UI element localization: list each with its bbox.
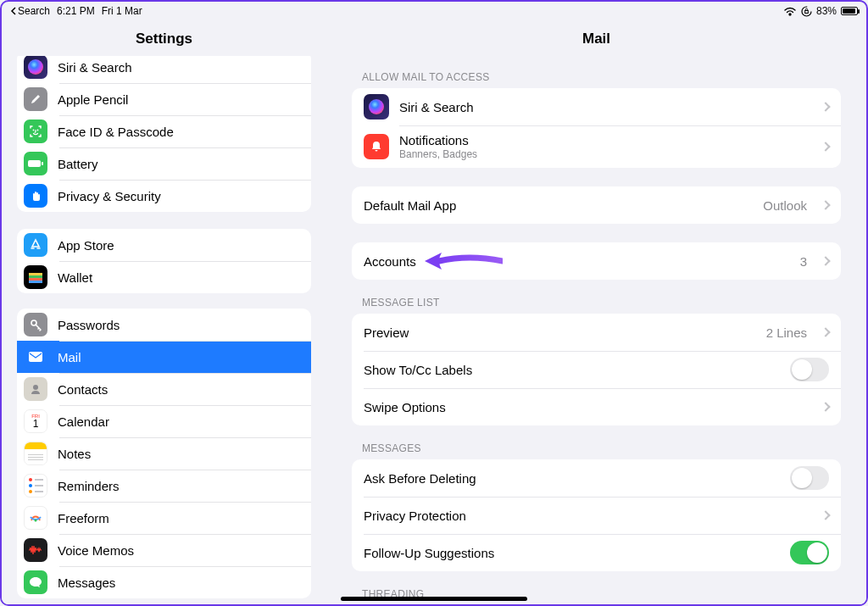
bell-icon (364, 134, 389, 159)
voicememos-icon (24, 538, 47, 562)
siri-icon (364, 94, 389, 120)
battery-percent: 83% (816, 5, 837, 17)
sidebar-item-appstore[interactable]: App Store (17, 229, 311, 261)
row-label: Ask Before Deleting (364, 471, 780, 486)
svg-rect-5 (42, 162, 43, 165)
svg-rect-4 (28, 160, 41, 167)
row-label: Show To/Cc Labels (364, 363, 780, 377)
key-icon (24, 313, 47, 336)
section-message-list: Message List (352, 280, 841, 314)
row-followup-suggestions[interactable]: Follow-Up Suggestions (352, 534, 841, 571)
row-ask-before-deleting[interactable]: Ask Before Deleting (352, 459, 841, 497)
siri-icon (24, 56, 47, 79)
sidebar-item-label: Passwords (58, 318, 120, 332)
reminders-icon (24, 474, 47, 498)
row-accounts[interactable]: Accounts 3 (352, 242, 841, 280)
row-notifications[interactable]: NotificationsBanners, Badges (352, 125, 841, 168)
sidebar-item-label: Reminders (58, 479, 120, 493)
row-label: Default Mail App (364, 198, 753, 213)
chevron-right-icon (821, 200, 830, 209)
section-allow-access: Allow Mail to Access (352, 56, 841, 88)
svg-point-12 (33, 385, 38, 390)
orientation-lock-icon (801, 6, 812, 17)
sidebar-item-label: Notes (58, 447, 91, 461)
back-to-search[interactable]: Search (10, 5, 50, 17)
row-default-mail-app[interactable]: Default Mail App Outlook (352, 186, 841, 224)
back-label: Search (18, 5, 50, 17)
detail-title: Mail (326, 20, 866, 56)
svg-point-13 (35, 520, 37, 522)
row-show-tocc[interactable]: Show To/Cc Labels (352, 351, 841, 388)
chevron-right-icon (821, 102, 830, 111)
toggle-ask-before-deleting[interactable] (790, 466, 829, 490)
sidebar-item-apple-pencil[interactable]: Apple Pencil (17, 83, 311, 115)
row-siri-search[interactable]: Siri & Search (352, 88, 841, 125)
svg-rect-8 (29, 278, 42, 281)
faceid-icon (24, 120, 47, 143)
svg-point-3 (37, 130, 39, 131)
wallet-icon (24, 265, 47, 289)
sidebar-item-label: Mail (58, 350, 81, 364)
sidebar-item-label: Apple Pencil (58, 92, 128, 107)
svg-rect-9 (29, 281, 42, 283)
svg-rect-1 (805, 10, 809, 13)
row-label: Swipe Options (364, 400, 812, 414)
chevron-right-icon (821, 256, 830, 265)
sidebar-item-reminders[interactable]: Reminders (17, 470, 311, 502)
sidebar-item-label: App Store (58, 238, 114, 253)
sidebar-item-voicememos[interactable]: Voice Memos (17, 534, 311, 566)
row-value: 3 (800, 254, 807, 269)
toggle-followup[interactable] (790, 541, 829, 564)
home-indicator[interactable] (341, 597, 527, 601)
freeform-icon (24, 506, 47, 530)
svg-point-2 (33, 130, 35, 131)
sidebar-item-label: Wallet (58, 270, 92, 285)
row-privacy-protection[interactable]: Privacy Protection (352, 497, 841, 534)
chevron-right-icon (821, 142, 830, 151)
messages-icon (24, 570, 47, 594)
battery-icon (841, 7, 858, 15)
sidebar-item-passwords[interactable]: Passwords (17, 309, 311, 341)
row-swipe-options[interactable]: Swipe Options (352, 388, 841, 425)
sidebar-item-label: Messages (58, 575, 115, 590)
battery-icon (24, 152, 47, 175)
pencil-icon (24, 87, 47, 111)
row-value: Outlook (763, 198, 807, 213)
row-label: Preview (364, 325, 756, 340)
calendar-icon: FRI1 (24, 409, 47, 433)
row-sublabel: Banners, Badges (399, 148, 812, 160)
svg-rect-6 (29, 273, 42, 275)
sidebar-item-mail[interactable]: Mail (17, 341, 311, 373)
notes-icon (24, 442, 47, 465)
sidebar-item-label: Siri & Search (58, 60, 132, 75)
row-preview[interactable]: Preview 2 Lines (352, 314, 841, 351)
sidebar-item-notes[interactable]: Notes (17, 437, 311, 470)
wifi-icon (783, 6, 797, 16)
svg-rect-11 (29, 352, 42, 362)
sidebar-item-label: Voice Memos (58, 543, 134, 558)
contacts-icon (24, 377, 47, 401)
row-value: 2 Lines (766, 325, 807, 340)
svg-point-0 (802, 7, 811, 16)
sidebar-item-wallet[interactable]: Wallet (17, 261, 311, 293)
sidebar-item-privacy[interactable]: Privacy & Security (17, 180, 311, 212)
sidebar-item-messages[interactable]: Messages (17, 566, 311, 598)
sidebar-item-faceid[interactable]: Face ID & Passcode (17, 115, 311, 147)
row-label: Accounts (364, 254, 790, 269)
sidebar-item-calendar[interactable]: FRI1 Calendar (17, 405, 311, 437)
row-label: Follow-Up Suggestions (364, 546, 780, 560)
mail-detail-pane: Mail Allow Mail to Access Siri & Search … (326, 20, 866, 604)
appstore-icon (24, 233, 47, 257)
sidebar-item-siri[interactable]: Siri & Search (17, 56, 311, 83)
chevron-right-icon (821, 510, 830, 520)
row-label: Privacy Protection (364, 509, 812, 523)
sidebar-item-contacts[interactable]: Contacts (17, 373, 311, 405)
sidebar-item-battery[interactable]: Battery (17, 147, 311, 180)
toggle-show-tocc[interactable] (790, 358, 829, 381)
sidebar-item-label: Calendar (58, 414, 109, 429)
sidebar-item-label: Privacy & Security (58, 189, 161, 203)
section-messages: Messages (352, 425, 841, 459)
sidebar-item-freeform[interactable]: Freeform (17, 502, 311, 534)
envelope-icon (24, 345, 47, 369)
chevron-right-icon (821, 402, 830, 411)
